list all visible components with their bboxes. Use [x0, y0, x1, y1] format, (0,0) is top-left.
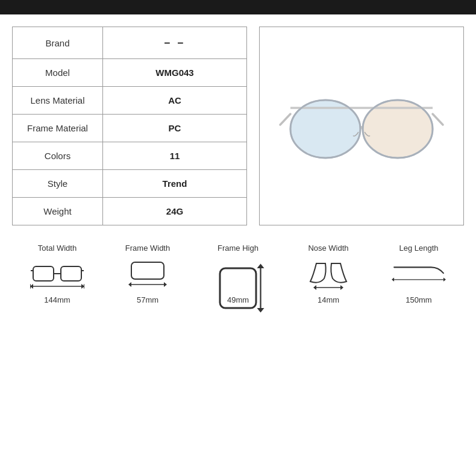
svg-marker-27: [340, 285, 343, 290]
total-width-icon: [30, 257, 84, 291]
svg-marker-24: [257, 308, 265, 313]
svg-marker-20: [164, 282, 167, 287]
dimension-label: Nose Width: [308, 244, 348, 253]
svg-marker-23: [257, 264, 265, 269]
dimension-item: Frame Width 57mm: [111, 244, 184, 304]
leg-length-icon: [392, 257, 446, 291]
dimension-item: Frame High 49mm: [202, 244, 274, 304]
sunglasses-image: [277, 66, 446, 186]
main-content: Brand－－ModelWMG043Lens MaterialACFrame M…: [0, 14, 476, 231]
table-label: Style: [13, 170, 103, 198]
dimension-value: 150mm: [406, 295, 431, 304]
dimension-label: Leg Length: [399, 244, 438, 253]
svg-line-4: [433, 114, 443, 125]
table-value: －－: [103, 27, 247, 59]
table-value: Trend: [103, 170, 247, 198]
table-value: AC: [103, 87, 247, 115]
table-label: Brand: [13, 27, 103, 59]
dimension-value: 14mm: [318, 295, 339, 304]
svg-marker-19: [128, 282, 131, 287]
product-info-table: Brand－－ModelWMG043Lens MaterialACFrame M…: [12, 27, 247, 225]
table-value: WMG043: [103, 59, 247, 87]
table-value: PC: [103, 115, 247, 142]
table-label: Colors: [13, 142, 103, 170]
svg-marker-30: [443, 278, 446, 282]
frame-high-icon: [211, 257, 265, 291]
table-label: Weight: [13, 198, 103, 225]
svg-marker-29: [392, 278, 394, 282]
table-value: 11: [103, 142, 247, 170]
dimension-value: 49mm: [227, 295, 249, 304]
table-label: Model: [13, 59, 103, 87]
nose-width-icon: [301, 257, 355, 291]
dimension-label: Frame Width: [125, 244, 170, 253]
dimension-value: 57mm: [137, 295, 158, 304]
svg-rect-17: [131, 262, 164, 279]
svg-line-3: [280, 114, 290, 125]
table-label: Lens Material: [13, 87, 103, 115]
dimension-value: 144mm: [44, 295, 70, 304]
dimension-item: Nose Width 14mm: [292, 244, 365, 304]
svg-rect-8: [61, 266, 81, 281]
svg-rect-7: [33, 266, 54, 281]
page-header: [0, 0, 476, 14]
dimension-item: Leg Length 150mm: [383, 244, 455, 304]
svg-marker-26: [313, 285, 316, 290]
table-label: Frame Material: [13, 115, 103, 142]
dimension-label: Total Width: [38, 244, 77, 253]
frame-width-icon: [121, 257, 175, 291]
dimensions-section: Total Width 144mmFrame Width 57mmFrame H…: [0, 231, 476, 310]
table-value: 24G: [103, 198, 247, 225]
product-image-box: [259, 27, 464, 225]
dimension-label: Frame High: [218, 244, 258, 253]
dimension-item: Total Width 144mm: [21, 244, 93, 304]
